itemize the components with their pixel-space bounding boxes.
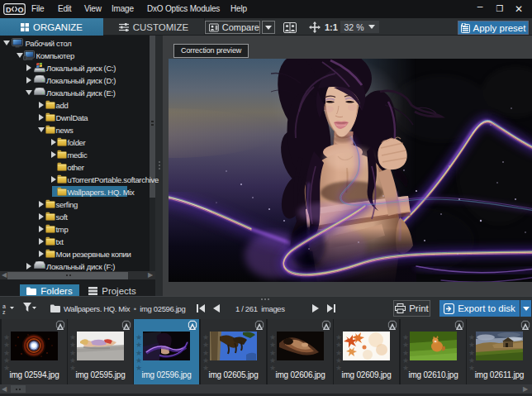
svg-text:a: a <box>2 303 6 309</box>
svg-text:z: z <box>2 309 6 315</box>
svg-text:O: O <box>18 6 24 14</box>
svg-text:D: D <box>6 6 12 14</box>
